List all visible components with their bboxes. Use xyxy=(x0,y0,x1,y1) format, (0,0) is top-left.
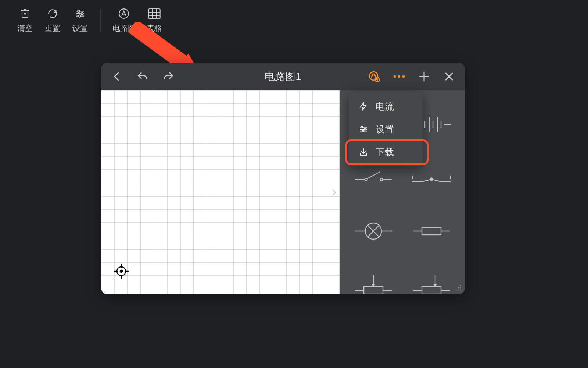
svg-point-11 xyxy=(402,75,405,78)
svg-point-60 xyxy=(458,289,459,290)
app-toolbar: 清空 重置 设置 电路图 表格 xyxy=(0,0,588,40)
expand-palette-button[interactable] xyxy=(330,186,338,199)
undo-button[interactable] xyxy=(135,69,150,84)
component-variable-resistor-a[interactable] xyxy=(344,258,402,294)
circuit-tab-button[interactable]: 电路图 xyxy=(107,4,140,37)
menu-item-settings-label: 设置 xyxy=(376,123,394,135)
menu-item-download-label: 下载 xyxy=(376,146,394,158)
close-button[interactable] xyxy=(441,69,457,84)
sliders-icon xyxy=(74,7,87,20)
svg-point-3 xyxy=(78,15,80,17)
reset-label: 重置 xyxy=(45,23,60,33)
menu-item-settings[interactable]: 设置 xyxy=(349,118,423,141)
table-icon xyxy=(148,7,161,20)
svg-rect-63 xyxy=(364,128,366,130)
svg-point-1 xyxy=(78,10,80,12)
svg-rect-64 xyxy=(362,130,364,132)
bolt-icon xyxy=(358,101,369,112)
canvas-grid xyxy=(101,90,340,294)
svg-rect-54 xyxy=(364,287,383,294)
svg-point-58 xyxy=(460,287,461,288)
table-tab-button[interactable]: 表格 xyxy=(140,4,168,37)
window-header: 电路图1 xyxy=(101,63,465,90)
more-menu-button[interactable] xyxy=(391,69,407,84)
sliders-horizontal-icon xyxy=(358,124,369,135)
menu-item-current[interactable]: 电流 xyxy=(349,95,423,118)
svg-point-61 xyxy=(460,289,461,290)
svg-point-57 xyxy=(458,287,459,288)
settings-label: 设置 xyxy=(72,23,88,33)
back-button[interactable] xyxy=(109,69,125,84)
svg-point-2 xyxy=(81,13,83,15)
menu-item-current-label: 电流 xyxy=(376,100,394,113)
redo-button[interactable] xyxy=(161,69,176,84)
clear-button[interactable]: 清空 xyxy=(11,4,39,37)
circuit-canvas[interactable] xyxy=(101,90,340,294)
svg-point-48 xyxy=(120,270,122,272)
trash-icon xyxy=(18,7,32,20)
component-lamp-bulb[interactable] xyxy=(344,204,402,258)
circuit-a-icon xyxy=(117,7,130,20)
svg-rect-53 xyxy=(422,227,441,235)
svg-point-10 xyxy=(398,75,401,78)
menu-item-download[interactable]: 下载 xyxy=(349,141,423,163)
svg-point-9 xyxy=(394,75,396,78)
svg-point-7 xyxy=(369,72,378,80)
reset-button[interactable]: 重置 xyxy=(39,4,66,37)
settings-button[interactable]: 设置 xyxy=(66,4,94,37)
svg-point-59 xyxy=(455,289,456,290)
toolbar-separator xyxy=(100,9,101,31)
svg-rect-62 xyxy=(361,126,363,128)
refresh-icon xyxy=(46,7,59,20)
clear-label: 清空 xyxy=(17,23,33,33)
circuit-tab-label: 电路图 xyxy=(112,23,136,33)
svg-point-50 xyxy=(380,178,383,181)
table-tab-label: 表格 xyxy=(147,23,162,33)
fullscreen-button[interactable] xyxy=(416,69,432,84)
crosshair-marker-icon[interactable] xyxy=(114,264,129,279)
svg-point-56 xyxy=(460,285,461,286)
more-dropdown-menu: 电流 设置 下载 xyxy=(349,92,423,166)
svg-rect-55 xyxy=(422,287,441,294)
svg-rect-5 xyxy=(148,9,160,18)
download-icon xyxy=(358,146,369,158)
resize-handle-icon[interactable] xyxy=(455,284,463,292)
component-resistor[interactable] xyxy=(402,204,460,258)
component-variable-resistor-b[interactable] xyxy=(402,258,460,294)
ammeter-add-button[interactable] xyxy=(366,69,382,84)
